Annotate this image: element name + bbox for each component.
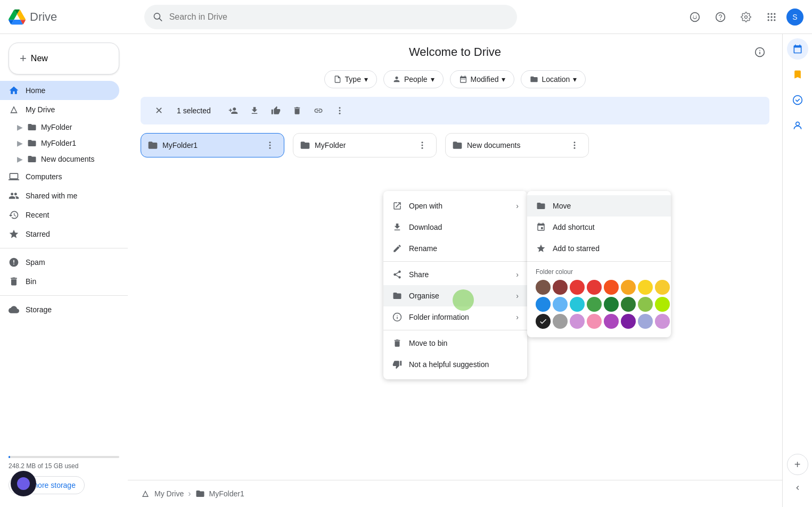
right-panel-btn-1[interactable]	[787, 64, 808, 85]
rename-icon	[392, 243, 403, 254]
add-person-button[interactable]	[224, 101, 243, 120]
sidebar-item-home[interactable]: Home	[0, 81, 119, 100]
status-icon-btn[interactable]	[684, 6, 706, 28]
ctx-move-to-bin[interactable]: Move to bin	[383, 333, 527, 354]
top-bar: Drive	[0, 0, 812, 34]
link-sel-button[interactable]	[309, 101, 328, 120]
mydrive-label: My Drive	[26, 105, 55, 114]
sidebar-sub-newdocuments[interactable]: ▶ New documents	[0, 151, 128, 167]
location-filter[interactable]: Location ▾	[521, 70, 586, 88]
sub-ctx-add-shortcut-label: Add shortcut	[553, 223, 595, 231]
colour-dark-purple[interactable]	[621, 314, 636, 329]
colour-purple[interactable]	[604, 314, 619, 329]
ctx-folder-info[interactable]: Folder information ›	[383, 306, 527, 328]
colour-yellow[interactable]	[638, 280, 653, 295]
sub-ctx-add-shortcut[interactable]: Add shortcut	[527, 217, 671, 238]
folder-menu-btn-1[interactable]	[415, 138, 430, 153]
colour-dark-green[interactable]	[621, 297, 636, 312]
folder-card-myfolder[interactable]: MyFolder	[293, 133, 437, 157]
ctx-open-with[interactable]: Open with ›	[383, 195, 527, 217]
ctx-download[interactable]: Download	[383, 217, 527, 238]
sidebar-item-mydrive[interactable]: My Drive	[0, 100, 119, 119]
ctx-not-helpful[interactable]: Not a helpful suggestion	[383, 354, 527, 375]
colour-brown[interactable]	[536, 280, 551, 295]
more-sel-button[interactable]	[330, 101, 349, 120]
ctx-rename[interactable]: Rename	[383, 238, 527, 259]
open-with-icon	[392, 201, 403, 211]
download-sel-button[interactable]	[245, 101, 264, 120]
svg-point-7	[774, 13, 775, 14]
expand-right-panel-btn[interactable]	[787, 477, 808, 498]
sidebar-item-storage[interactable]: Storage	[0, 300, 119, 319]
folder-menu-btn-0[interactable]	[263, 138, 277, 153]
svg-point-23	[422, 147, 423, 149]
delete-sel-button[interactable]	[288, 101, 307, 120]
logo[interactable]: Drive	[9, 9, 57, 26]
sidebar-sub-myfolder[interactable]: ▶ MyFolder	[0, 119, 128, 135]
preview-sel-button[interactable]	[266, 101, 285, 120]
folder-card-newdocuments[interactable]: New documents	[445, 133, 589, 157]
colour-grey[interactable]	[553, 314, 568, 329]
colour-green[interactable]	[604, 297, 619, 312]
people-filter[interactable]: People ▾	[383, 70, 444, 88]
colour-lilac[interactable]	[655, 314, 670, 329]
colour-red[interactable]	[570, 280, 585, 295]
type-filter[interactable]: Type ▾	[324, 70, 377, 88]
colour-dark-red[interactable]	[553, 280, 568, 295]
colour-black-selected[interactable]	[536, 314, 551, 329]
colour-green-light[interactable]	[587, 297, 602, 312]
sidebar-item-bin[interactable]: Bin	[0, 272, 119, 291]
colour-light-purple[interactable]	[570, 314, 585, 329]
sidebar-item-recent[interactable]: Recent	[0, 205, 119, 225]
folder-card-myfolder1[interactable]: MyFolder1	[141, 133, 284, 157]
colour-cyan[interactable]	[570, 297, 585, 312]
modified-filter[interactable]: Modified ▾	[450, 70, 515, 88]
sub-ctx-add-starred[interactable]: Add to starred	[527, 238, 671, 259]
colour-lime[interactable]	[638, 297, 653, 312]
sidebar-item-starred[interactable]: Starred	[0, 225, 119, 244]
content-header: Welcome to Drive	[128, 34, 782, 62]
svg-point-22	[422, 145, 423, 146]
apps-btn[interactable]	[761, 6, 782, 28]
colour-pink[interactable]	[587, 314, 602, 329]
sub-ctx-move[interactable]: Move	[527, 195, 671, 217]
deselect-button[interactable]: ✕	[149, 101, 168, 120]
search-input[interactable]	[169, 12, 508, 22]
breadcrumb-myfolder1[interactable]: MyFolder1	[209, 489, 244, 498]
home-label: Home	[26, 86, 45, 95]
colour-gold[interactable]	[655, 280, 670, 295]
add-right-panel-btn[interactable]: +	[787, 454, 808, 475]
sidebar-item-spam[interactable]: Spam	[0, 253, 119, 272]
settings-btn[interactable]	[735, 6, 757, 28]
ctx-share[interactable]: Share ›	[383, 264, 527, 285]
colour-yellow-green[interactable]	[655, 297, 670, 312]
colour-orange-red[interactable]	[604, 280, 619, 295]
sidebar-sub-myfolder1[interactable]: ▶ MyFolder1	[0, 135, 128, 151]
sidebar-item-computers[interactable]: Computers	[0, 167, 119, 186]
right-panel-btn-2[interactable]	[787, 89, 808, 111]
colour-blue[interactable]	[536, 297, 551, 312]
avatar[interactable]: S	[786, 9, 803, 26]
folder-menu-btn-2[interactable]	[567, 138, 582, 153]
breadcrumb: My Drive › MyFolder1	[128, 480, 782, 507]
colour-lavender[interactable]	[638, 314, 653, 329]
colour-light-blue[interactable]	[553, 297, 568, 312]
new-button[interactable]: + New	[9, 43, 119, 74]
ctx-not-helpful-label: Not a helpful suggestion	[409, 360, 489, 369]
colour-grid	[536, 280, 662, 329]
ctx-organise[interactable]: Organise ›	[383, 285, 527, 306]
breadcrumb-mydrive[interactable]: My Drive	[154, 489, 184, 498]
help-btn[interactable]	[710, 6, 731, 28]
right-panel-btn-3[interactable]	[787, 115, 808, 136]
search-bar[interactable]	[144, 5, 517, 29]
colour-red-2[interactable]	[587, 280, 602, 295]
right-panel-btn-0[interactable]	[787, 38, 808, 60]
location-filter-icon	[530, 75, 538, 84]
ctx-open-with-label: Open with	[409, 202, 442, 210]
info-button[interactable]	[750, 43, 769, 62]
delete-sel-icon	[292, 106, 302, 115]
sidebar-item-shared[interactable]: Shared with me	[0, 186, 119, 205]
computers-icon	[9, 171, 19, 182]
colour-orange[interactable]	[621, 280, 636, 295]
link-sel-icon	[314, 106, 323, 115]
